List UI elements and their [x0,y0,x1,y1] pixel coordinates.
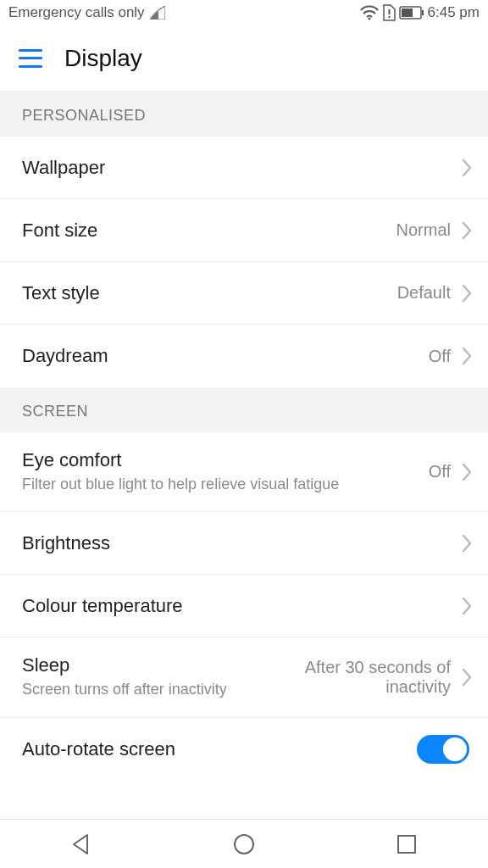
chevron-right-icon [461,346,473,366]
chevron-right-icon [461,462,473,482]
row-colour-temperature[interactable]: Colour temperature [0,575,488,637]
row-auto-rotate[interactable]: Auto-rotate screen [0,718,488,781]
row-value: Off [429,347,451,366]
svg-rect-4 [402,8,413,17]
svg-rect-8 [398,836,415,853]
menu-icon[interactable] [19,49,42,68]
system-nav-bar [0,819,488,868]
row-label: Auto-rotate screen [22,738,417,760]
svg-point-2 [388,16,390,18]
list-personalised: Wallpaper Font size Normal Text style De… [0,136,488,387]
row-label: Sleep [22,654,264,676]
sim-alert-icon [382,4,396,21]
svg-marker-6 [74,835,87,854]
recent-apps-button[interactable] [392,830,421,859]
row-wallpaper[interactable]: Wallpaper [0,136,488,199]
status-bar: Emergency calls only 6:45 pm [0,0,488,25]
row-label: Wallpaper [22,157,456,179]
chevron-right-icon [461,533,473,554]
chevron-right-icon [461,667,473,687]
row-eye-comfort[interactable]: Eye comfort Filter out blue light to hel… [0,432,488,512]
row-sleep[interactable]: Sleep Screen turns off after inactivity … [0,637,488,717]
section-header-screen: SCREEN [0,387,488,432]
row-value: Off [429,462,451,481]
clock-text: 6:45 pm [428,4,480,21]
row-sublabel: Filter out blue light to help relieve vi… [22,475,429,494]
row-label: Font size [22,220,396,242]
svg-rect-5 [422,10,424,15]
row-label: Daydream [22,345,429,367]
row-daydream[interactable]: Daydream Off [0,325,488,387]
row-label: Colour temperature [22,595,456,617]
carrier-text: Emergency calls only [8,4,145,21]
svg-point-7 [235,835,253,854]
toggle-switch[interactable] [417,735,469,764]
row-value: Normal [396,220,451,240]
app-bar: Display [0,25,488,92]
signal-icon [150,6,165,19]
list-screen: Eye comfort Filter out blue light to hel… [0,432,488,781]
svg-point-0 [368,18,370,20]
chevron-right-icon [461,158,473,178]
chevron-right-icon [461,596,473,616]
wifi-icon [360,5,379,20]
battery-icon [399,6,424,19]
row-label: Brightness [22,532,456,554]
row-label: Eye comfort [22,449,429,471]
content-scroll[interactable]: PERSONALISED Wallpaper Font size Normal … [0,92,488,819]
chevron-right-icon [461,220,473,241]
row-value: Default [397,283,451,303]
row-brightness[interactable]: Brightness [0,512,488,575]
row-font-size[interactable]: Font size Normal [0,199,488,262]
row-text-style[interactable]: Text style Default [0,262,488,325]
chevron-right-icon [461,283,473,303]
row-sublabel: Screen turns off after inactivity [22,680,264,699]
page-title: Display [64,45,142,72]
section-header-personalised: PERSONALISED [0,92,488,136]
back-button[interactable] [67,830,96,859]
home-button[interactable] [230,830,258,859]
row-label: Text style [22,282,397,304]
row-value: After 30 seconds of inactivity [264,658,451,697]
